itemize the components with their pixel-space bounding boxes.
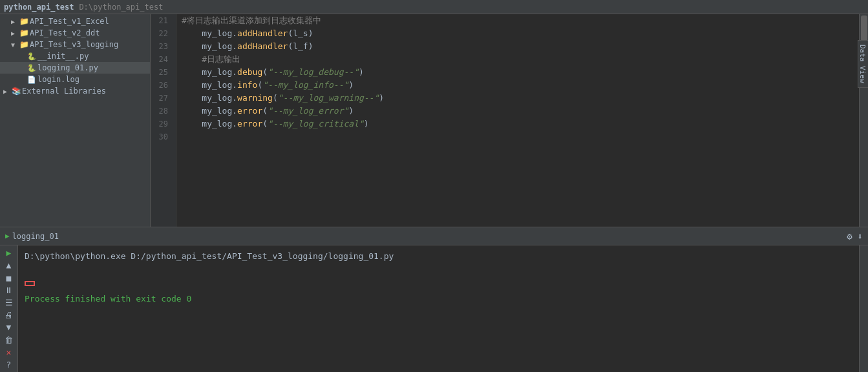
line-number: 30 bbox=[151, 130, 171, 143]
sidebar-item-api-test-v2[interactable]: ▶📁API_Test_v2_ddt bbox=[0, 27, 150, 39]
editor-content: 21222324252627282930 #将日志输出渠道添加到日志收集器中 m… bbox=[151, 14, 868, 227]
scroll-up-button[interactable]: ▲ bbox=[2, 260, 16, 270]
line-number: 27 bbox=[151, 92, 171, 105]
scroll-down-button[interactable]: ▼ bbox=[2, 322, 16, 332]
line-number: 22 bbox=[151, 27, 171, 40]
log-icon: 📄 bbox=[26, 76, 37, 84]
line-number: 24 bbox=[151, 53, 171, 66]
folder-icon: 📁 bbox=[18, 28, 30, 37]
code-lines[interactable]: #将日志输出渠道添加到日志收集器中 my_log.addHandler(l_s)… bbox=[176, 14, 859, 227]
line-number: 29 bbox=[151, 118, 171, 130]
line-numbers: 21222324252627282930 bbox=[151, 14, 176, 227]
list-button[interactable]: ☰ bbox=[2, 298, 16, 307]
sidebar-item-logging-01-py[interactable]: 🐍logging_01.py bbox=[0, 62, 150, 74]
run-panel: ▶ logging_01 ⚙ ⬇ ▶▲■⏸☰🖨▼🗑✕? D:\python\py… bbox=[0, 227, 868, 372]
stop-button[interactable]: ■ bbox=[2, 273, 16, 282]
sidebar: ▶📁API_Test_v1_Excel▶📁API_Test_v2_ddt▼📁AP… bbox=[0, 14, 151, 227]
sidebar-item-label: API_Test_v2_ddt bbox=[30, 28, 147, 37]
main-area: ▶📁API_Test_v1_Excel▶📁API_Test_v2_ddt▼📁AP… bbox=[0, 14, 868, 227]
print-button[interactable]: 🖨 bbox=[2, 310, 16, 320]
sidebar-item-label: API_Test_v3_logging bbox=[30, 40, 147, 49]
help-button[interactable]: ? bbox=[2, 360, 16, 369]
run-header: ▶ logging_01 ⚙ ⬇ bbox=[0, 227, 868, 245]
editor-scrollbar[interactable]: Data View bbox=[859, 14, 868, 227]
download-icon[interactable]: ⬇ bbox=[858, 231, 863, 242]
sidebar-item-label: logging_01.py bbox=[37, 63, 147, 72]
sidebar-item-external-libs[interactable]: ▶📚External Libraries bbox=[0, 85, 150, 97]
py-icon: 🐍 bbox=[26, 64, 37, 72]
run-body: ▶▲■⏸☰🖨▼🗑✕? D:\python\python.exe D:/pytho… bbox=[0, 245, 868, 372]
code-line: #将日志输出渠道添加到日志收集器中 bbox=[182, 14, 859, 27]
code-line: my_log.addHandler(l_s) bbox=[182, 27, 859, 40]
run-output[interactable]: D:\python\python.exe D:/python_api_test/… bbox=[18, 245, 859, 372]
scrollbar-thumb bbox=[861, 16, 867, 41]
folder-icon: 📁 bbox=[18, 17, 30, 26]
run-tab-label: logging_01 bbox=[12, 232, 59, 241]
run-tab[interactable]: ▶ logging_01 bbox=[5, 232, 59, 241]
py-icon: 🐍 bbox=[26, 52, 37, 61]
line-number: 28 bbox=[151, 105, 171, 118]
folder-icon: 📁 bbox=[18, 40, 30, 49]
sidebar-item-label: login.log bbox=[37, 75, 147, 84]
code-line: my_log.info("--my_log_info--") bbox=[182, 79, 859, 92]
line-number: 21 bbox=[151, 14, 171, 27]
sidebar-item-label: API_Test_v1_Excel bbox=[30, 17, 147, 26]
arrow-icon: ▼ bbox=[8, 41, 18, 48]
run-scrollbar[interactable] bbox=[859, 245, 868, 372]
run-toolbar: ▶▲■⏸☰🖨▼🗑✕? bbox=[0, 245, 18, 372]
sidebar-item-api-test-v1[interactable]: ▶📁API_Test_v1_Excel bbox=[0, 16, 150, 27]
code-line: my_log.error("--my_log_critical") bbox=[182, 118, 859, 130]
output-highlighted-box bbox=[25, 281, 35, 286]
code-line bbox=[182, 130, 859, 143]
editor-area: 21222324252627282930 #将日志输出渠道添加到日志收集器中 m… bbox=[151, 14, 868, 227]
title-bar: python_api_test D:\python_api_test bbox=[0, 0, 868, 14]
project-path: D:\python_api_test bbox=[79, 3, 163, 12]
sidebar-item-label: __init__.py bbox=[37, 52, 147, 61]
sidebar-item-label: External Libraries bbox=[22, 87, 147, 96]
code-line: my_log.addHandler(l_f) bbox=[182, 40, 859, 53]
sidebar-item-init-py[interactable]: 🐍__init__.py bbox=[0, 50, 150, 62]
data-view-tab[interactable]: Data View bbox=[858, 40, 868, 88]
close-button[interactable]: ✕ bbox=[2, 347, 16, 357]
line-number: 23 bbox=[151, 40, 171, 53]
line-number: 26 bbox=[151, 79, 171, 92]
sidebar-item-login-log[interactable]: 📄login.log bbox=[0, 74, 150, 85]
play-button[interactable]: ▶ bbox=[2, 248, 16, 258]
output-path-line: D:\python\python.exe D:/python_api_test/… bbox=[25, 249, 852, 264]
output-finished: Process finished with exit code 0 bbox=[25, 292, 852, 306]
arrow-icon: ▶ bbox=[8, 18, 18, 25]
arrow-icon: ▶ bbox=[0, 88, 10, 95]
code-line: my_log.warning("--my_log_warning--") bbox=[182, 92, 859, 105]
project-name: python_api_test bbox=[4, 3, 74, 12]
run-play-icon: ▶ bbox=[5, 232, 10, 240]
ext-icon: 📚 bbox=[10, 87, 22, 96]
code-line: my_log.debug("--my_log_debug--") bbox=[182, 66, 859, 79]
code-line: my_log.error("--my_log_error") bbox=[182, 105, 859, 118]
arrow-icon: ▶ bbox=[8, 30, 18, 37]
gear-icon[interactable]: ⚙ bbox=[847, 231, 852, 242]
run-header-right: ⚙ ⬇ bbox=[847, 231, 863, 242]
pause-button[interactable]: ⏸ bbox=[2, 285, 16, 295]
delete-button[interactable]: 🗑 bbox=[2, 335, 16, 344]
line-number: 25 bbox=[151, 66, 171, 79]
code-line: #日志输出 bbox=[182, 53, 859, 66]
sidebar-item-api-test-v3[interactable]: ▼📁API_Test_v3_logging bbox=[0, 39, 150, 50]
